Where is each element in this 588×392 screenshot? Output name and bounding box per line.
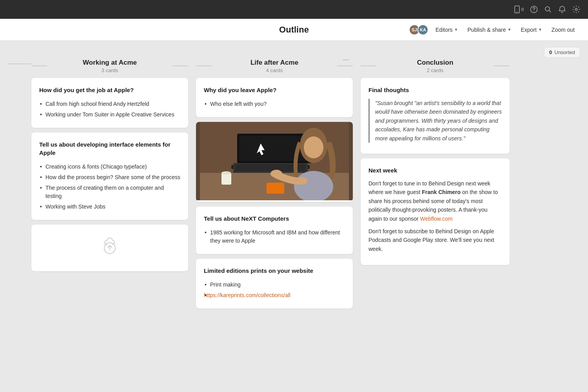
list-item: Call from high school friend Andy Hertzf… [39, 99, 180, 109]
mobile-icon[interactable]: 0 [514, 5, 524, 13]
header-actions: SJ KA Editors ▼ Publish & share ▼ Export… [409, 24, 579, 35]
card-laptop-image [196, 122, 353, 202]
card-8-text-2: Don't forget to subscribe to Behind Desi… [368, 227, 502, 253]
svg-line-5 [549, 11, 551, 13]
column-header-3: Conclusion 2 cards [361, 53, 510, 78]
avatar-img-2: KA [418, 25, 428, 34]
card-8-text-1: Don't forget to tune in to Behind Design… [368, 179, 502, 223]
search-icon[interactable] [544, 5, 552, 13]
column-partial-left [8, 53, 31, 313]
webflow-link[interactable]: Webflow.com [420, 216, 453, 222]
avatar-2: KA [417, 24, 428, 35]
svg-point-19 [270, 170, 282, 178]
list-item: 1985 working for Microsoft and IBM and h… [204, 227, 345, 246]
app-header: Outline SJ KA Editors ▼ Publish & share … [0, 19, 588, 41]
column-2-minus-button[interactable]: — [342, 56, 350, 64]
editors-label: Editors [436, 27, 453, 33]
unsorted-label: Unsorted [554, 49, 575, 55]
publish-share-button[interactable]: Publish & share ▼ [464, 24, 515, 35]
card-1-bullets: Call from high school friend Andy Hertzf… [39, 99, 180, 120]
card-upload [31, 225, 188, 271]
card-5-bullets: 1985 working for Microsoft and IBM and h… [204, 227, 345, 246]
column-1-count: 3 cards [102, 67, 118, 73]
svg-rect-20 [267, 183, 284, 194]
list-item: Print making [204, 279, 345, 290]
unsorted-count: 0 [549, 49, 552, 55]
bell-icon[interactable] [558, 5, 566, 13]
card-3-title: Why did you leave Apple? [204, 86, 345, 94]
frank-chimero-name: Frank Chimero [422, 189, 461, 195]
column-2-count: 4 cards [266, 67, 283, 73]
card-next-computers: Tell us about NeXT Computers 1985 workin… [196, 207, 353, 254]
export-label: Export [521, 27, 536, 33]
column-title-group-2: Life after Acme 4 cards [250, 59, 298, 73]
canvas-area: 0 Unsorted Working at Acme 3 cards How d… [0, 41, 588, 392]
upload-icon [100, 236, 120, 260]
final-thoughts-quote: "Susan brought "an artist's sensibility … [368, 99, 502, 143]
card-limited-editions: Limited editions prints on your website … [196, 259, 353, 309]
column-title-group-3: Conclusion 2 cards [417, 59, 454, 73]
card-6-title: Limited editions prints on your website [204, 267, 345, 275]
list-item: Who else left with you? [204, 99, 345, 109]
card-2-title: Tell us about developing interface eleme… [39, 140, 180, 157]
svg-point-6 [575, 9, 577, 11]
svg-point-22 [221, 171, 231, 174]
publish-chevron-icon: ▼ [508, 27, 512, 32]
kareprints-link[interactable]: https://kareprints.com/collections/all [204, 292, 290, 298]
column-header-1: Working at Acme 3 cards [31, 53, 188, 78]
unsorted-badge[interactable]: 0 Unsorted [544, 47, 580, 58]
settings-icon[interactable] [572, 5, 580, 13]
card-2-bullets: Creating icons & fonts (Chicago typeface… [39, 162, 180, 212]
list-item: How did the process begin? Share some of… [39, 172, 180, 183]
laptop-image [196, 122, 353, 200]
list-item: Working with Steve Jobs [39, 201, 180, 212]
card-next-week: Next week Don't forget to tune in to Beh… [361, 158, 510, 265]
editors-button[interactable]: Editors ▼ [432, 24, 462, 35]
card-7-title: Final thoughts [368, 86, 502, 94]
card-8-title: Next week [368, 166, 502, 174]
editors-chevron-icon: ▼ [454, 27, 458, 32]
column-1-title: Working at Acme [83, 59, 137, 67]
column-title-group-1: Working at Acme 3 cards [83, 59, 137, 73]
card-6-bullets: Print making https://kareprints.com/coll… [204, 279, 345, 301]
svg-point-17 [304, 136, 323, 158]
card-5-title: Tell us about NeXT Computers [204, 214, 345, 223]
zoom-out-button[interactable]: Zoom out [548, 24, 579, 35]
svg-point-3 [534, 11, 534, 12]
columns-container: Working at Acme 3 cards How did you get … [0, 53, 588, 313]
column-3-count: 2 cards [427, 67, 444, 73]
card-interface-elements: Tell us about developing interface eleme… [31, 132, 188, 220]
card-3-bullets: Who else left with you? [204, 99, 345, 109]
list-item: Creating icons & fonts (Chicago typeface… [39, 162, 180, 172]
column-header-2: Life after Acme 4 cards — [196, 53, 353, 78]
export-button[interactable]: Export ▼ [517, 24, 546, 35]
page-title: Outline [279, 25, 309, 35]
list-item: Working under Tom Suiter in Apple Creati… [39, 109, 180, 120]
column-conclusion: Conclusion 2 cards Final thoughts "Susan… [361, 53, 510, 313]
column-life-after-acme: Life after Acme 4 cards — Why did you le… [196, 53, 353, 313]
list-item: The process of creating them on a comput… [39, 183, 180, 201]
card-1-title: How did you get the job at Apple? [39, 86, 180, 94]
card-why-leave-apple: Why did you leave Apple? Who else left w… [196, 78, 353, 117]
help-icon[interactable] [530, 5, 538, 13]
publish-label: Publish & share [468, 27, 506, 33]
svg-point-1 [517, 11, 517, 12]
top-bar: 0 [0, 0, 588, 19]
export-chevron-icon: ▼ [538, 27, 542, 32]
mobile-badge: 0 [521, 7, 524, 12]
zoom-out-label: Zoom out [552, 27, 575, 33]
list-item: https://kareprints.com/collections/all [204, 290, 345, 301]
column-3-title: Conclusion [417, 59, 454, 67]
card-final-thoughts: Final thoughts "Susan brought "an artist… [361, 78, 510, 154]
column-2-title: Life after Acme [250, 59, 298, 67]
svg-rect-21 [221, 173, 231, 185]
card-how-did-you-get-job: How did you get the job at Apple? Call f… [31, 78, 188, 128]
column-working-at-acme: Working at Acme 3 cards How did you get … [31, 53, 188, 313]
editors-avatars: SJ KA [409, 24, 428, 35]
quote-text: "Susan brought "an artist's sensibility … [375, 99, 502, 143]
